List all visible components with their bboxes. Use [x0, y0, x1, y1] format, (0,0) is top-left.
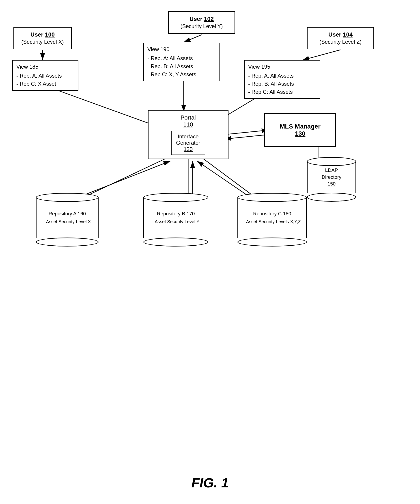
- repo-c-label: Repository C 180: [251, 210, 293, 217]
- repo-a-cylinder: Repository A 160 - Asset Security Level …: [36, 193, 99, 246]
- mls-manager-box: MLS Manager 130: [264, 113, 336, 147]
- ldap-cylinder-body: LDAPDirectory 150: [307, 162, 356, 193]
- user-102-title: User 102: [190, 15, 214, 23]
- figure-caption: FIG. 1: [0, 475, 420, 491]
- repo-b-label: Repository B 170: [155, 210, 197, 217]
- user-104-title: User 104: [328, 31, 353, 39]
- repo-b-bottom: [143, 238, 208, 246]
- repo-c-cylinder: Repository C 180 - Asset Security Levels…: [237, 193, 307, 246]
- repo-a-body: Repository A 160 - Asset Security Level …: [36, 197, 99, 238]
- repo-b-sub: - Asset Security Level Y: [150, 218, 202, 225]
- repo-c-body: Repository C 180 - Asset Security Levels…: [237, 197, 307, 238]
- user-102-sub: (Security Level Y): [181, 23, 223, 30]
- interface-generator-box: InterfaceGenerator 120: [171, 131, 205, 155]
- svg-line-2: [184, 35, 202, 42]
- view-190-title: View 190: [147, 45, 216, 53]
- svg-line-5: [45, 86, 161, 128]
- repo-a-label: Repository A 160: [46, 210, 88, 217]
- user-104-sub: (Security Level Z): [319, 38, 362, 45]
- view-190-box: View 190 - Rep. A: All Assets - Rep. B: …: [143, 43, 220, 81]
- view-195-line1: - Rep. A: All Assets: [248, 72, 316, 80]
- repo-a-top: [36, 193, 99, 202]
- portal-label: Portal: [181, 114, 196, 121]
- view-195-line2: - Rep. B: All Assets: [248, 80, 316, 88]
- view-185-line2: - Rep C: X Asset: [16, 80, 74, 88]
- view-195-line3: - Rep C: All Assets: [248, 88, 316, 96]
- diagram: User 100 (Security Level X) User 102 (Se…: [0, 0, 420, 471]
- ldap-cylinder: LDAPDirectory 150: [307, 157, 356, 202]
- mls-manager-number: 130: [295, 130, 306, 137]
- interface-generator-number: 120: [176, 146, 200, 152]
- fig-label: FIG. 1: [191, 475, 229, 490]
- view-190-line2: - Rep. B: All Assets: [147, 62, 216, 70]
- repo-b-cylinder: Repository B 170 - Asset Security Level …: [143, 193, 208, 246]
- repo-c-sub: - Asset Security Levels X,Y,Z: [241, 218, 303, 225]
- ldap-label: LDAPDirectory: [319, 167, 344, 181]
- repo-a-sub: - Asset Security Level X: [41, 218, 93, 225]
- user-104-number: 104: [343, 31, 353, 38]
- user-102-box: User 102 (Security Level Y): [168, 11, 235, 34]
- view-195-box: View 195 - Rep. A: All Assets - Rep. B: …: [244, 60, 320, 99]
- user-100-sub: (Security Level X): [21, 38, 64, 45]
- portal-box: Portal 110 InterfaceGenerator 120: [148, 110, 228, 159]
- view-190-line1: - Rep. A: All Assets: [147, 54, 216, 62]
- interface-generator-label: InterfaceGenerator: [176, 133, 200, 146]
- svg-line-9: [224, 135, 268, 139]
- ldap-cylinder-top: [307, 157, 356, 166]
- repo-c-bottom: [237, 238, 307, 246]
- user-100-title: User 100: [30, 31, 55, 39]
- repo-c-top: [237, 193, 307, 202]
- user-100-number: 100: [45, 31, 55, 38]
- portal-number: 110: [183, 121, 193, 128]
- mls-manager-label: MLS Manager: [280, 123, 321, 130]
- view-195-title: View 195: [248, 63, 316, 71]
- ldap-number: 150: [325, 180, 338, 187]
- repo-a-bottom: [36, 238, 99, 246]
- repo-b-top: [143, 193, 208, 202]
- user-104-box: User 104 (Security Level Z): [307, 27, 374, 49]
- ldap-cylinder-bottom: [307, 193, 356, 202]
- svg-line-4: [302, 50, 340, 60]
- user-100-box: User 100 (Security Level X): [13, 27, 72, 49]
- view-185-box: View 185 - Rep. A: All Assets - Rep C: X…: [12, 60, 78, 91]
- user-102-number: 102: [204, 15, 214, 22]
- svg-line-8: [224, 130, 268, 135]
- view-185-title: View 185: [16, 63, 74, 71]
- repo-b-body: Repository B 170 - Asset Security Level …: [143, 197, 208, 238]
- view-185-line1: - Rep. A: All Assets: [16, 72, 74, 80]
- view-190-line3: - Rep C: X, Y Assets: [147, 70, 216, 78]
